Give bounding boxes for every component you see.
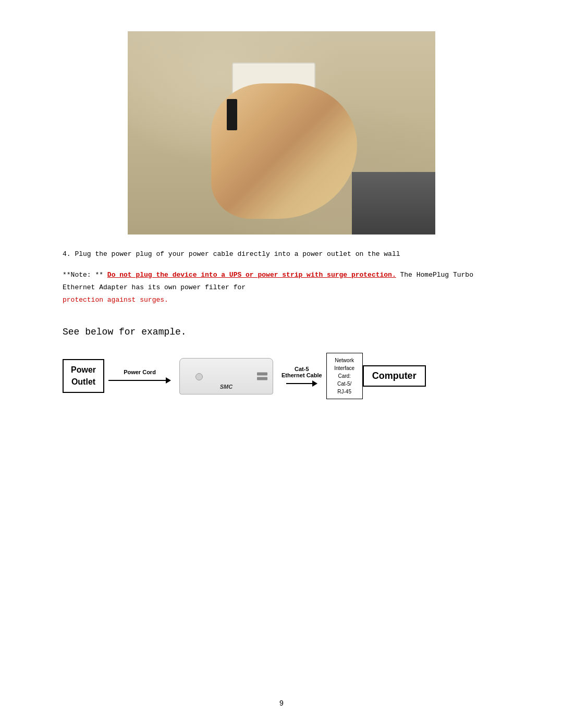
diagram: Power Outlet Power Cord SMC Cat-5 Ethern… bbox=[63, 353, 500, 399]
power-cord-label: Power Cord bbox=[124, 369, 156, 375]
smc-port-1 bbox=[257, 372, 267, 375]
power-outlet-box: Power Outlet bbox=[63, 359, 104, 393]
photo-container bbox=[63, 31, 500, 235]
page: 4. Plug the power plug of your power cab… bbox=[0, 0, 563, 728]
computer-box: Computer bbox=[363, 365, 426, 387]
step4-text: 4. Plug the power plug of your power cab… bbox=[63, 249, 500, 260]
note-line2: protection against surges. bbox=[63, 296, 168, 304]
page-number: 9 bbox=[279, 699, 284, 707]
power-cord-section: Power Cord bbox=[108, 369, 171, 384]
smc-ports bbox=[257, 372, 267, 380]
smc-port-2 bbox=[257, 377, 267, 380]
outlet-photo bbox=[128, 31, 435, 235]
cat5-label-line1: Cat-5 bbox=[295, 366, 309, 372]
cat5-label-line2: Ethernet Cable bbox=[282, 372, 322, 378]
note-red-underline: Do not plug the device into a UPS or pow… bbox=[107, 271, 396, 279]
cat5-section: Cat-5 Ethernet Cable bbox=[282, 366, 322, 387]
see-below-text: See below for example. bbox=[63, 327, 500, 337]
power-outlet-line2: Outlet bbox=[71, 377, 95, 386]
nic-line2: Interface bbox=[334, 365, 354, 371]
nic-line5: RJ-45 bbox=[337, 389, 351, 394]
power-outlet-line1: Power bbox=[71, 365, 96, 374]
smc-brand-label: SMC bbox=[220, 384, 232, 390]
nic-box: Network Interface Card: Cat-5/ RJ-45 bbox=[326, 353, 363, 399]
smc-device: SMC bbox=[179, 358, 273, 394]
nic-line1: Network bbox=[335, 357, 354, 363]
note-section: **Note: ** Do not plug the device into a… bbox=[63, 268, 500, 306]
note-prefix: **Note: ** bbox=[63, 271, 107, 279]
nic-line4: Cat-5/ bbox=[337, 381, 351, 387]
computer-label: Computer bbox=[372, 371, 417, 381]
smc-button bbox=[195, 373, 203, 380]
nic-line3: Card: bbox=[338, 373, 350, 379]
